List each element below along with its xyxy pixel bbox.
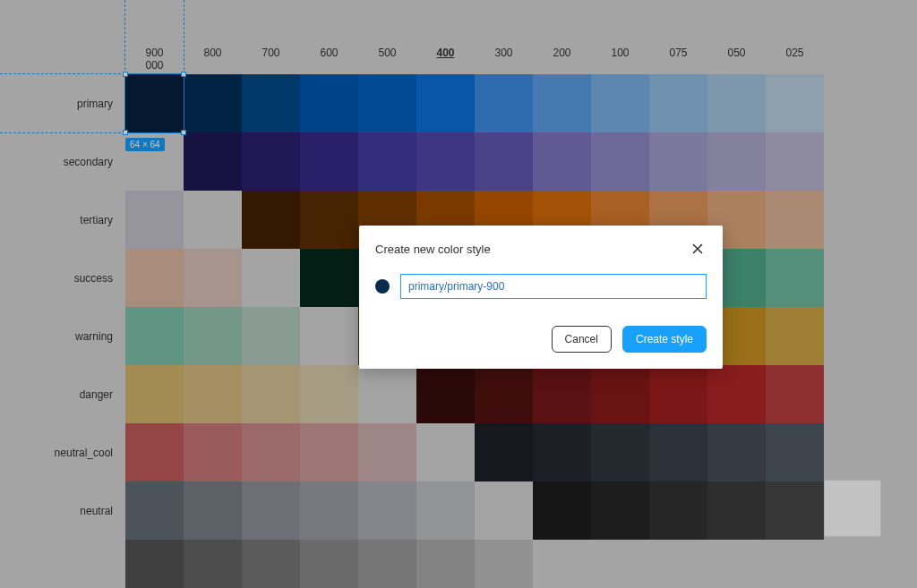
create-style-button[interactable]: Create style — [622, 326, 707, 353]
cancel-button[interactable]: Cancel — [552, 326, 612, 353]
canvas[interactable]: 900800700600500400300200100075050025000 … — [0, 0, 917, 588]
create-color-style-modal: Create new color style Cancel Create sty… — [359, 226, 723, 369]
close-button[interactable] — [689, 240, 707, 258]
color-preview-dot[interactable] — [375, 279, 390, 294]
modal-title: Create new color style — [375, 243, 491, 256]
style-name-input[interactable] — [400, 274, 707, 299]
close-icon — [692, 243, 703, 254]
